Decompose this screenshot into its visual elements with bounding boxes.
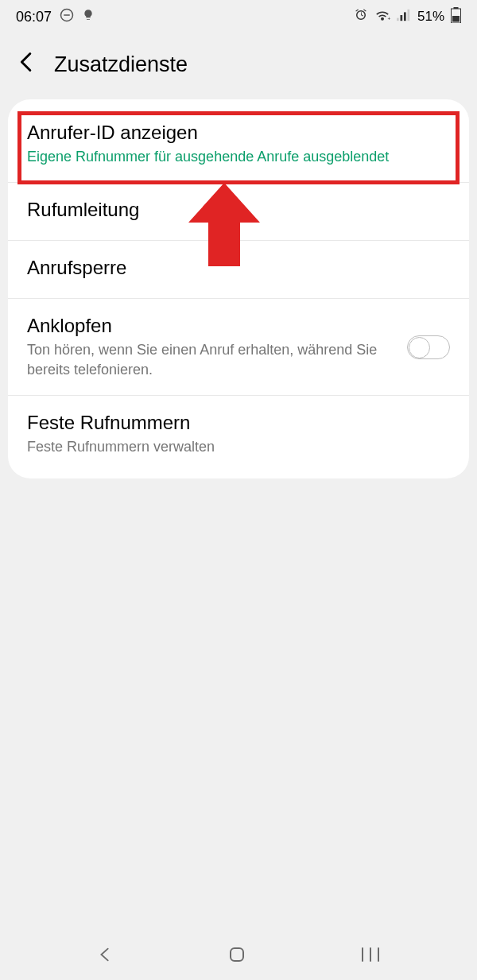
status-left: 06:07 xyxy=(16,8,95,25)
nav-recents-button[interactable] xyxy=(344,939,397,974)
row-call-waiting-text: Anklopfen Ton hören, wenn Sie einen Anru… xyxy=(27,315,394,379)
row-call-barring[interactable]: Anrufsperre xyxy=(8,241,469,299)
svg-point-2 xyxy=(382,18,383,20)
status-right: + 51% xyxy=(354,7,461,26)
status-time: 06:07 xyxy=(16,9,52,25)
status-bar: 06:07 + 51% xyxy=(0,0,477,29)
svg-rect-7 xyxy=(407,10,409,21)
svg-rect-12 xyxy=(231,948,243,961)
svg-rect-6 xyxy=(404,12,406,21)
bulb-icon xyxy=(82,9,95,25)
svg-rect-10 xyxy=(452,16,460,22)
row-call-barring-title: Anrufsperre xyxy=(27,257,450,279)
row-caller-id-title: Anrufer-ID anzeigen xyxy=(27,122,450,144)
svg-rect-5 xyxy=(400,15,402,21)
row-call-forwarding[interactable]: Rufumleitung xyxy=(8,183,469,241)
row-call-waiting-sub: Ton hören, wenn Sie einen Anruf erhalten… xyxy=(27,340,394,379)
back-button[interactable] xyxy=(14,48,37,82)
call-waiting-toggle[interactable] xyxy=(407,335,450,359)
row-call-waiting-title: Anklopfen xyxy=(27,315,394,337)
row-call-forwarding-title: Rufumleitung xyxy=(27,199,450,221)
row-fixed-dialing-sub: Feste Rufnummern verwalten xyxy=(27,437,450,456)
svg-text:+: + xyxy=(387,15,390,21)
svg-rect-4 xyxy=(397,18,399,21)
row-caller-id[interactable]: Anrufer-ID anzeigen Eigene Rufnummer für… xyxy=(8,106,469,183)
wifi-icon: + xyxy=(374,9,390,25)
page-title: Zusatzdienste xyxy=(54,52,188,77)
settings-card: Anrufer-ID anzeigen Eigene Rufnummer für… xyxy=(8,99,469,478)
row-fixed-dialing[interactable]: Feste Rufnummern Feste Rufnummern verwal… xyxy=(8,396,469,472)
row-fixed-dialing-title: Feste Rufnummern xyxy=(27,412,450,434)
page-header: Zusatzdienste xyxy=(0,29,477,98)
battery-icon xyxy=(451,7,461,26)
row-call-waiting[interactable]: Anklopfen Ton hören, wenn Sie einen Anru… xyxy=(8,299,469,396)
row-caller-id-sub: Eigene Rufnummer für ausgehende Anrufe a… xyxy=(27,147,450,166)
signal-icon xyxy=(397,9,411,25)
battery-percentage: 51% xyxy=(417,9,444,25)
dnd-icon xyxy=(60,8,74,25)
system-nav-bar xyxy=(0,932,477,980)
nav-home-button[interactable] xyxy=(211,937,262,975)
alarm-icon xyxy=(354,8,368,25)
nav-back-button[interactable] xyxy=(80,938,130,974)
